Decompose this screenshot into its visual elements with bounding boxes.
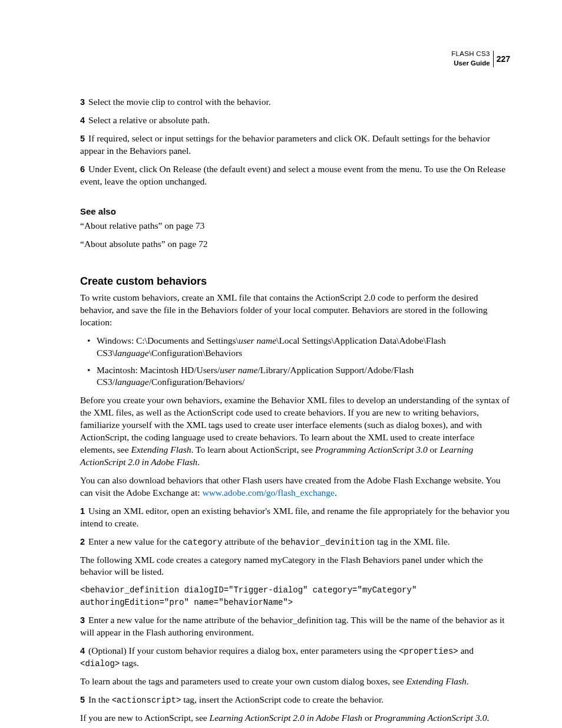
see-also-item: “About absolute paths” on page 72 [80,238,510,251]
step-3: 3Select the movie clip to control with t… [80,96,510,108]
step-text: Enter a new value for the name attribute… [80,615,505,637]
step-text: Using an XML editor, open an existing be… [80,506,510,528]
see-also-heading: See also [80,206,510,218]
step-text: If required, select or input settings fo… [80,133,490,156]
location-list: Windows: C:\Documents and Settings\user … [80,335,510,389]
list-item: Windows: C:\Documents and Settings\user … [80,335,510,360]
step-num: 5 [80,134,85,143]
step-1: 1Using an XML editor, open an existing b… [80,505,510,530]
step-3b: 3Enter a new value for the name attribut… [80,614,510,639]
step-num: 5 [80,695,85,704]
header-inner: FLASH CS3 User Guide 227 [451,50,510,68]
paragraph: Before you create your own behaviors, ex… [80,394,510,469]
paragraph: You can also download behaviors that oth… [80,475,510,499]
section-intro: To write custom behaviors, create an XML… [80,292,510,329]
step-num: 6 [80,164,85,174]
step-4: 4Select a relative or absolute path. [80,114,510,127]
page-header: FLASH CS3 User Guide 227 [80,47,510,68]
step-2: 2Enter a new value for the category attr… [80,536,510,548]
header-titles: FLASH CS3 User Guide [451,50,490,68]
step-text: Under Event, click On Release (the defau… [80,164,505,186]
header-guide: User Guide [451,59,490,68]
step-num: 4 [80,116,85,125]
step-num: 3 [80,615,85,625]
page-number: 227 [493,51,510,67]
section-heading: Create custom behaviors [80,274,510,288]
step-5: 5If required, select or input settings f… [80,133,510,157]
code-block: <behavior_definition dialogID="Trigger-d… [80,584,510,608]
exchange-link[interactable]: www.adobe.com/go/flash_exchange [202,487,335,498]
step-4b: 4(Optional) If your custom behavior requ… [80,645,510,670]
step-text: Select a relative or absolute path. [88,115,210,125]
page: FLASH CS3 User Guide 227 3Select the mov… [0,0,562,728]
paragraph: The following XML code creates a categor… [80,554,510,579]
step-5b: 5In the <actionscript> tag, insert the A… [80,694,510,706]
step-num: 2 [80,537,85,546]
step-text: Select the movie clip to control with th… [88,97,271,107]
header-product: FLASH CS3 [451,50,490,59]
paragraph: If you are new to ActionScript, see Lear… [80,712,510,724]
list-item: Macintosh: Macintosh HD/Users/user name/… [80,364,510,389]
step-num: 1 [80,506,85,516]
step-num: 3 [80,97,85,107]
step-6: 6Under Event, click On Release (the defa… [80,163,510,188]
see-also-item: “About relative paths” on page 73 [80,220,510,232]
paragraph: To learn about the tags and parameters u… [80,676,510,688]
step-num: 4 [80,646,85,655]
